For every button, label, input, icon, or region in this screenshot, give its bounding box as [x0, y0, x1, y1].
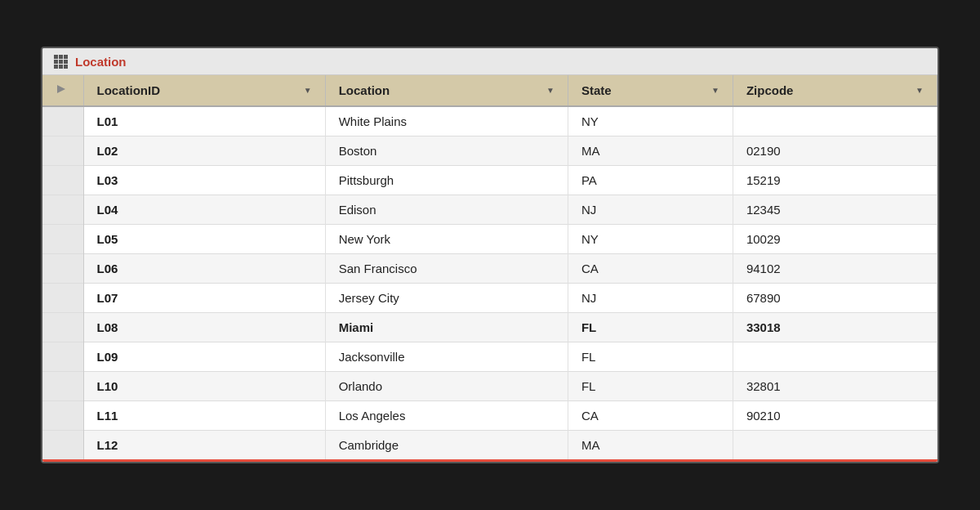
row-indicator-cell: [42, 195, 83, 225]
table-row[interactable]: L02BostonMA02190: [42, 136, 938, 166]
state-cell: FL: [568, 313, 733, 342]
location-cell: Jacksonville: [325, 342, 568, 372]
table-row[interactable]: L05New YorkNY10029: [42, 225, 938, 254]
location-id-cell: L03: [83, 166, 325, 195]
table-row[interactable]: L08MiamiFL33018: [42, 313, 938, 342]
table-row[interactable]: L04EdisonNJ12345: [42, 195, 938, 225]
grid-icon: [54, 55, 68, 69]
zipcode-cell: 12345: [733, 195, 937, 225]
state-dropdown-icon[interactable]: ▼: [711, 86, 719, 95]
state-cell: CA: [568, 254, 733, 284]
location-cell: Cambridge: [325, 431, 568, 461]
row-indicator-cell: [42, 106, 83, 136]
state-cell: MA: [568, 136, 733, 166]
location-id-cell: L12: [83, 431, 325, 461]
location-id-cell: L08: [83, 313, 325, 342]
location-header[interactable]: Location ▼: [325, 75, 568, 106]
zipcode-header[interactable]: Zipcode ▼: [733, 75, 937, 106]
state-header[interactable]: State ▼: [568, 75, 733, 106]
zipcode-cell: [733, 431, 937, 461]
zipcode-cell: [733, 106, 937, 136]
location-table: LocationID ▼ Location ▼ State ▼: [42, 75, 938, 462]
title-bar: Location: [42, 48, 938, 75]
table-row[interactable]: L12CambridgeMA: [42, 431, 938, 461]
state-cell: PA: [568, 166, 733, 195]
location-id-cell: L05: [83, 225, 325, 254]
main-window: Location LocationID ▼: [41, 47, 939, 463]
table-row[interactable]: L01White PlainsNY: [42, 106, 938, 136]
location-id-cell: L07: [83, 284, 325, 313]
table-row[interactable]: L03PittsburghPA15219: [42, 166, 938, 195]
state-cell: FL: [568, 342, 733, 372]
location-cell: Jersey City: [325, 284, 568, 313]
zipcode-cell: 32801: [733, 372, 937, 401]
zipcode-cell: 67890: [733, 284, 937, 313]
row-indicator-cell: [42, 313, 83, 342]
state-cell: NY: [568, 225, 733, 254]
zipcode-dropdown-icon[interactable]: ▼: [915, 86, 924, 95]
location-id-cell: L01: [83, 106, 325, 136]
row-indicator-cell: [42, 372, 83, 401]
zipcode-cell: 15219: [733, 166, 937, 195]
location-id-cell: L09: [83, 342, 325, 372]
location-cell: Boston: [325, 136, 568, 166]
state-cell: NJ: [568, 195, 733, 225]
svg-marker-0: [57, 85, 65, 93]
zipcode-cell: [733, 342, 937, 372]
zipcode-cell: 94102: [733, 254, 937, 284]
zipcode-cell: 33018: [733, 313, 937, 342]
table-container: LocationID ▼ Location ▼ State ▼: [42, 75, 938, 462]
state-cell: NY: [568, 106, 733, 136]
location-id-cell: L11: [83, 401, 325, 431]
location-cell: Edison: [325, 195, 568, 225]
table-row[interactable]: L09JacksonvilleFL: [42, 342, 938, 372]
state-cell: MA: [568, 431, 733, 461]
table-row[interactable]: L10OrlandoFL32801: [42, 372, 938, 401]
location-cell: Miami: [325, 313, 568, 342]
location-id-dropdown-icon[interactable]: ▼: [304, 86, 312, 95]
row-indicator-cell: [42, 225, 83, 254]
table-row[interactable]: L07Jersey CityNJ67890: [42, 284, 938, 313]
zipcode-cell: 10029: [733, 225, 937, 254]
location-cell: White Plains: [325, 106, 568, 136]
row-indicator-cell: [42, 401, 83, 431]
location-id-cell: L10: [83, 372, 325, 401]
zipcode-cell: 90210: [733, 401, 937, 431]
window-title: Location: [75, 55, 127, 69]
location-id-cell: L02: [83, 136, 325, 166]
table-header-row: LocationID ▼ Location ▼ State ▼: [42, 75, 938, 106]
table-icon: [52, 53, 69, 69]
row-indicator-cell: [42, 254, 83, 284]
row-indicator-header: [42, 75, 83, 106]
row-indicator-cell: [42, 431, 83, 461]
location-cell: Pittsburgh: [325, 166, 568, 195]
zipcode-cell: 02190: [733, 136, 937, 166]
table-row[interactable]: L11Los AngelesCA90210: [42, 401, 938, 431]
location-cell: Orlando: [325, 372, 568, 401]
state-cell: NJ: [568, 284, 733, 313]
row-indicator-cell: [42, 284, 83, 313]
location-dropdown-icon[interactable]: ▼: [546, 86, 555, 95]
state-cell: FL: [568, 372, 733, 401]
location-id-header[interactable]: LocationID ▼: [83, 75, 325, 106]
table-row[interactable]: L06San FranciscoCA94102: [42, 254, 938, 284]
location-cell: Los Angeles: [325, 401, 568, 431]
row-indicator-cell: [42, 166, 83, 195]
location-cell: San Francisco: [325, 254, 568, 284]
row-indicator-cell: [42, 342, 83, 372]
location-id-cell: L04: [83, 195, 325, 225]
location-id-cell: L06: [83, 254, 325, 284]
location-cell: New York: [325, 225, 568, 254]
row-indicator-cell: [42, 136, 83, 166]
state-cell: CA: [568, 401, 733, 431]
